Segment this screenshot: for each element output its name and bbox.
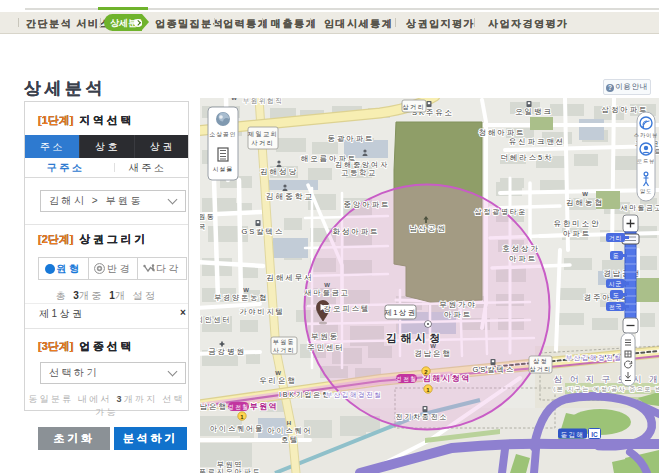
svg-text:김해농협: 김해농협 — [566, 198, 604, 207]
svg-text:아파트: 아파트 — [563, 229, 591, 238]
svg-text:경남은행: 경남은행 — [414, 349, 452, 358]
svg-text:김해중학교: 김해중학교 — [266, 192, 314, 201]
svg-text:우리은행: 우리은행 — [259, 376, 297, 385]
svg-text:김해시청역: 김해시청역 — [423, 374, 471, 383]
svg-text:W: W — [430, 343, 436, 349]
svg-text:유한미소안: 유한미소안 — [554, 219, 601, 228]
svg-text:원동: 원동 — [200, 213, 216, 220]
svg-text:오일뱅크: 오일뱅크 — [515, 107, 553, 116]
svg-text:말도: 말도 — [640, 188, 652, 194]
svg-text:새마을금고: 새마을금고 — [304, 288, 350, 297]
svg-text:부원역: 부원역 — [250, 402, 279, 411]
svg-text:IBK기업은행: IBK기업은행 — [279, 391, 331, 399]
svg-text:부원가야: 부원가야 — [439, 300, 477, 309]
svg-text:W: W — [324, 282, 330, 288]
svg-text:경남은행: 경남은행 — [200, 402, 228, 411]
svg-text:강오피스텔: 강오피스텔 — [324, 304, 371, 313]
svg-text:소상공인: 소상공인 — [209, 131, 236, 138]
svg-text:GS칼텍스: GS칼텍스 — [473, 365, 516, 374]
svg-text:화성아파트: 화성아파트 — [333, 227, 380, 236]
svg-text:금강병원: 금강병원 — [208, 347, 246, 356]
svg-text:스카이뷰: 스카이뷰 — [634, 132, 658, 138]
svg-text:부원동: 부원동 — [311, 332, 339, 341]
svg-text:호텔: 호텔 — [281, 435, 299, 444]
svg-text:강치안센터: 강치안센터 — [200, 315, 231, 324]
svg-text:삼 어 지 구 도 시 개 발: 삼 어 지 구 도 시 개 발 — [554, 374, 659, 384]
svg-text:W: W — [243, 287, 249, 293]
svg-text:동김해: 동김해 — [561, 431, 584, 438]
svg-text:전기차충전소: 전기차충전소 — [396, 413, 449, 420]
svg-text:사거리: 사거리 — [252, 139, 275, 146]
svg-text:삼거리: 삼거리 — [530, 366, 552, 372]
svg-text:부산김해경전철: 부산김해경전철 — [566, 354, 623, 362]
svg-text:아이스퀘어: 아이스퀘어 — [268, 426, 313, 435]
svg-text:경전철: 경전철 — [396, 376, 418, 383]
svg-text:시설물: 시설물 — [213, 166, 233, 172]
svg-text:새마을금고: 새마을금고 — [620, 204, 659, 211]
svg-text:동: 동 — [613, 253, 620, 259]
svg-text:W: W — [582, 191, 588, 197]
svg-text:부원동: 부원동 — [273, 339, 295, 345]
svg-text:IC: IC — [591, 431, 598, 438]
svg-text:아파트: 아파트 — [444, 310, 472, 319]
svg-text:김해성당: 김해성당 — [260, 167, 298, 176]
svg-text:사거리: 사거리 — [273, 347, 295, 353]
svg-text:동광아파트: 동광아파트 — [328, 134, 375, 143]
svg-text:전국: 전국 — [609, 304, 623, 310]
svg-text:아이스퀘어몰: 아이스퀘어몰 — [210, 424, 264, 433]
svg-text:제일교회: 제일교회 — [248, 130, 278, 137]
svg-text:아파트: 아파트 — [509, 254, 537, 263]
svg-text:제1상권: 제1상권 — [384, 308, 417, 317]
svg-text:부산김해경전철: 부산김해경전철 — [326, 391, 383, 399]
svg-text:시군: 시군 — [609, 281, 623, 287]
svg-text:주민센터: 주민센터 — [307, 343, 345, 352]
svg-text:고등학교: 고등학교 — [341, 168, 377, 177]
svg-text:삼거리: 삼거리 — [403, 103, 426, 110]
svg-text:더헤라스5차: 더헤라스5차 — [500, 153, 553, 162]
svg-text:유신파크맨션: 유신파크맨션 — [509, 137, 565, 146]
svg-text:삼정: 삼정 — [533, 358, 548, 365]
svg-text:경전철: 경전철 — [228, 404, 250, 411]
svg-text:중앙아파트: 중앙아파트 — [344, 200, 391, 209]
svg-text:GS칼텍스: GS칼텍스 — [242, 227, 285, 236]
svg-text:로드뷰: 로드뷰 — [637, 158, 655, 164]
svg-text:도: 도 — [613, 292, 620, 298]
svg-text:H: H — [287, 420, 291, 426]
svg-text:거리: 거리 — [609, 235, 623, 241]
svg-text:삼정아파트: 삼정아파트 — [602, 105, 649, 114]
svg-text:가야비지텔: 가야비지텔 — [240, 307, 285, 316]
svg-text:삼정광명타운: 삼정광명타운 — [475, 208, 528, 216]
svg-text:청해아파트: 청해아파트 — [479, 128, 526, 137]
svg-text:남산공원: 남산공원 — [409, 224, 447, 233]
svg-text:부경양돈농협: 부경양돈농협 — [214, 293, 268, 302]
svg-text:국: 국 — [200, 223, 207, 230]
svg-text:호성상가: 호성상가 — [502, 244, 540, 253]
svg-text:푸르지오아파트: 푸르지오아파트 — [200, 467, 261, 473]
svg-text:김해세무서: 김해세무서 — [267, 273, 314, 282]
svg-text:W: W — [231, 98, 237, 101]
svg-text:W: W — [275, 370, 281, 376]
svg-text:(본 지구는 예정/공사 중으로 변: (본 지구는 예정/공사 중으로 변 — [553, 386, 659, 393]
